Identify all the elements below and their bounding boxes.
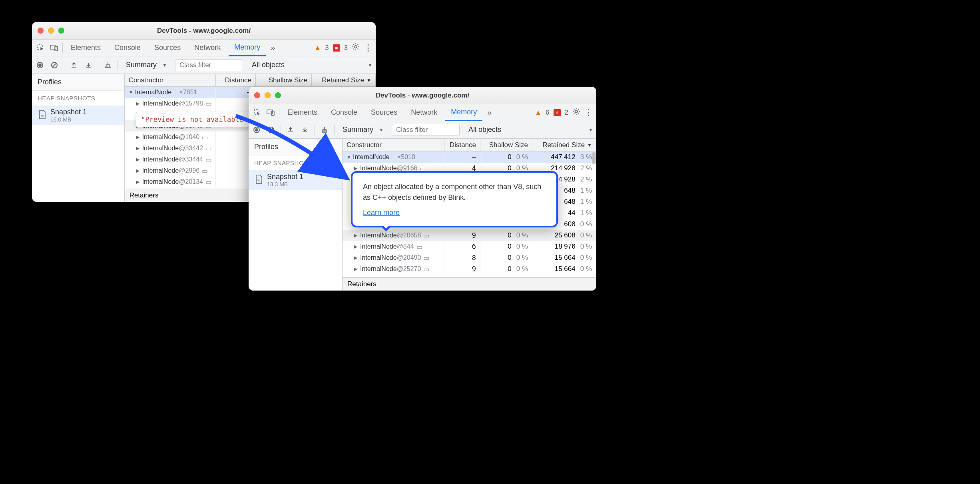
issue-count: 3	[344, 44, 348, 52]
gc-broom-icon[interactable]	[103, 60, 113, 70]
tab-memory[interactable]: Memory	[229, 40, 266, 56]
tab-elements[interactable]: Elements	[65, 40, 106, 56]
element-badge-icon: ▭	[202, 167, 208, 175]
disclosure-closed-icon[interactable]: ▶	[354, 165, 360, 171]
disclosure-closed-icon[interactable]: ▶	[354, 233, 360, 238]
settings-gear-icon[interactable]	[352, 43, 360, 53]
col-shallow[interactable]: Shallow Size	[256, 74, 312, 86]
warning-icon[interactable]: ▲	[535, 109, 542, 117]
disclosure-closed-icon[interactable]: ▶	[354, 255, 360, 261]
disclosure-closed-icon[interactable]: ▶	[136, 179, 142, 185]
retainers-panel[interactable]: Retainers	[343, 277, 596, 291]
tab-console[interactable]: Console	[109, 40, 146, 56]
error-count: 2	[565, 109, 568, 117]
chevron-down-icon[interactable]: ▼	[368, 62, 372, 68]
titlebar[interactable]: DevTools - www.google.com/	[32, 22, 376, 40]
device-icon[interactable]	[49, 42, 60, 54]
kebab-menu-icon[interactable]: ⋮	[364, 43, 372, 53]
svg-rect-10	[267, 110, 273, 114]
element-badge-icon: ▭	[205, 156, 211, 163]
disclosure-closed-icon[interactable]: ▶	[136, 101, 142, 106]
table-row[interactable]: ▶InternalNode @20658▭ 9 00 % 25 6080 %	[343, 230, 596, 241]
tooltip-text: An object allocated by a component other…	[363, 181, 546, 203]
profiles-sidebar: Profiles HEAP SNAPSHOTS % Snapshot 1 13.…	[249, 139, 343, 291]
disclosure-closed-icon[interactable]: ▶	[354, 244, 360, 249]
minimize-dot-icon[interactable]	[265, 92, 271, 98]
more-tabs-icon[interactable]: »	[268, 43, 277, 52]
table-row[interactable]: ▶InternalNode @20490▭ 8 00 % 15 6640 %	[343, 252, 596, 263]
svg-point-12	[575, 110, 578, 113]
profiles-header: Profiles	[32, 74, 124, 91]
svg-line-16	[269, 128, 273, 132]
svg-rect-1	[50, 45, 56, 49]
warning-icon[interactable]: ▲	[314, 44, 321, 52]
class-filter-input[interactable]	[392, 124, 460, 136]
window-title: DevTools - www.google.com/	[32, 27, 376, 35]
close-dot-icon[interactable]	[38, 28, 44, 34]
tab-network[interactable]: Network	[405, 104, 443, 121]
zoom-dot-icon[interactable]	[275, 92, 281, 98]
heap-snapshots-section: HEAP SNAPSHOTS	[32, 91, 124, 106]
export-icon[interactable]	[69, 60, 79, 70]
disclosure-closed-icon[interactable]: ▶	[354, 266, 360, 272]
disclosure-closed-icon[interactable]: ▶	[136, 145, 142, 151]
snapshot-item[interactable]: % Snapshot 1 16.0 MB	[32, 106, 124, 125]
tab-sources[interactable]: Sources	[365, 104, 403, 121]
disclosure-closed-icon[interactable]: ▶	[136, 134, 142, 140]
kebab-menu-icon[interactable]: ⋮	[584, 108, 593, 118]
snapshot-item[interactable]: % Snapshot 1 13.3 MB	[249, 170, 342, 190]
col-constructor[interactable]: Constructor	[125, 74, 216, 86]
table-row[interactable]: ▶InternalNode @844▭ 6 00 % 18 9760 %	[343, 241, 596, 252]
col-retained[interactable]: Retained Size▼	[312, 74, 376, 86]
all-objects-select[interactable]: All objects	[464, 125, 501, 134]
import-icon[interactable]	[300, 125, 310, 135]
tab-elements[interactable]: Elements	[282, 104, 323, 121]
record-icon[interactable]	[35, 60, 45, 70]
new-description-tooltip: An object allocated by a component other…	[351, 171, 558, 227]
record-icon[interactable]	[252, 125, 261, 135]
all-objects-select[interactable]: All objects	[248, 61, 285, 69]
inspect-icon[interactable]	[35, 42, 46, 54]
memory-toolbar: Summary▼ All objects ▼	[249, 121, 596, 139]
more-tabs-icon[interactable]: »	[485, 108, 494, 117]
disclosure-closed-icon[interactable]: ▶	[136, 168, 142, 173]
scrollbar[interactable]	[592, 152, 596, 164]
learn-more-link[interactable]: Learn more	[363, 209, 400, 217]
issue-icon[interactable]: ■	[333, 44, 340, 52]
col-shallow[interactable]: Shallow Size	[480, 139, 532, 151]
tab-memory[interactable]: Memory	[445, 104, 482, 121]
device-icon[interactable]	[265, 107, 277, 118]
titlebar[interactable]: DevTools - www.google.com/	[249, 87, 596, 104]
tab-console[interactable]: Console	[325, 104, 363, 121]
minimize-dot-icon[interactable]	[48, 28, 54, 34]
disclosure-open-icon[interactable]: ▼	[347, 154, 353, 160]
table-row-root[interactable]: ▼InternalNode ×5010 – 00 % 447 4123 %	[343, 151, 596, 163]
error-icon[interactable]: ×	[554, 109, 561, 116]
import-icon[interactable]	[84, 60, 93, 70]
col-constructor[interactable]: Constructor	[343, 139, 444, 151]
settings-gear-icon[interactable]	[572, 108, 580, 118]
col-distance[interactable]: Distance	[444, 139, 480, 151]
clear-icon[interactable]	[50, 60, 59, 70]
class-filter-input[interactable]	[175, 59, 243, 71]
table-header: Constructor Distance Shallow Size Retain…	[343, 139, 596, 151]
col-retained[interactable]: Retained Size▼	[532, 139, 596, 151]
view-select[interactable]: Summary▼	[123, 61, 170, 69]
table-row[interactable]: ▶InternalNode @25270▭ 9 00 % 15 6640 %	[343, 263, 596, 275]
inspect-icon[interactable]	[252, 107, 263, 118]
gc-broom-icon[interactable]	[320, 125, 329, 135]
zoom-dot-icon[interactable]	[58, 28, 64, 34]
tab-network[interactable]: Network	[189, 40, 226, 56]
svg-text:%: %	[41, 114, 44, 118]
svg-point-3	[355, 46, 357, 48]
export-icon[interactable]	[286, 125, 295, 135]
disclosure-open-icon[interactable]: ▼	[129, 90, 135, 95]
svg-point-14	[255, 128, 258, 131]
view-select[interactable]: Summary▼	[339, 125, 387, 134]
disclosure-closed-icon[interactable]: ▶	[136, 157, 142, 162]
col-distance[interactable]: Distance	[216, 74, 256, 86]
tab-sources[interactable]: Sources	[149, 40, 186, 56]
clear-icon[interactable]	[266, 125, 276, 135]
close-dot-icon[interactable]	[254, 92, 260, 98]
chevron-down-icon[interactable]: ▼	[588, 127, 593, 133]
